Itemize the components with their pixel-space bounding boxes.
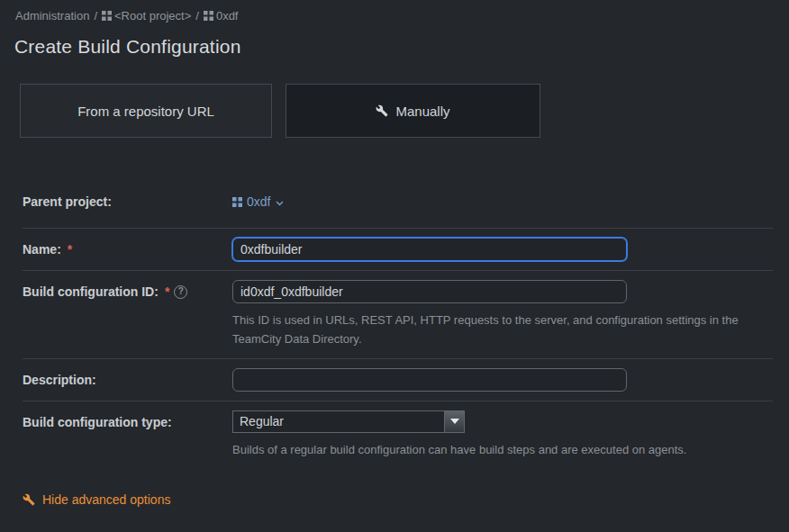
page-title: Create Build Configuration [14,36,775,58]
dropdown-arrow-icon [444,411,464,432]
breadcrumb-0xdf[interactable]: 0xdf [204,9,239,23]
tab-from-repository-url[interactable]: From a repository URL [20,84,272,138]
breadcrumb-separator: / [195,9,199,23]
form-row-description: Description: [23,359,773,401]
build-config-type-note: Builds of a regular build configuration … [232,440,768,459]
tab-label: Manually [395,104,449,119]
breadcrumb-separator: / [94,9,97,23]
form-row-parent-project: Parent project: 0xdf [23,179,773,229]
tab-manually[interactable]: Manually [286,84,540,138]
form-row-build-config-type: Build configuration type: Regular Builds… [23,401,773,468]
build-config-type-label: Build configuration type: [23,410,232,434]
breadcrumb-root-project[interactable]: <Root project> [102,9,191,23]
description-input[interactable] [232,368,627,392]
help-icon[interactable]: ? [174,285,187,299]
build-config-id-input[interactable] [232,280,627,303]
breadcrumb-label: 0xdf [216,9,239,23]
breadcrumb: Administration / <Root project> / 0xdf [14,9,775,23]
hide-advanced-options-label: Hide advanced options [42,492,170,507]
parent-project-value: 0xdf [247,190,270,213]
build-config-id-label: Build configuration ID:* ? [23,280,232,303]
hide-advanced-options-link[interactable]: Hide advanced options [23,492,170,507]
form-row-name: Name:* [23,229,773,271]
breadcrumb-label: Administration [15,9,89,23]
creation-mode-tabs: From a repository URL Manually [20,84,775,138]
project-grid-icon [204,11,213,21]
required-marker: * [68,238,72,261]
chevron-down-icon [276,190,284,213]
build-config-type-select[interactable]: Regular [232,410,465,433]
tab-label: From a repository URL [77,104,214,119]
breadcrumb-label: <Root project> [114,9,191,23]
project-grid-icon [232,197,242,207]
name-input[interactable] [232,238,627,261]
wrench-icon [376,104,388,117]
create-build-configuration-page: Administration / <Root project> / 0xdf C… [0,0,789,532]
wrench-icon [23,493,35,506]
build-config-id-note: This ID is used in URLs, REST API, HTTP … [232,311,768,349]
select-value: Regular [233,411,444,432]
form-row-build-config-id: Build configuration ID:* ? This ID is us… [23,271,773,359]
breadcrumb-administration[interactable]: Administration [15,9,89,23]
parent-project-selector[interactable]: 0xdf [232,190,284,213]
project-grid-icon [102,11,112,21]
name-label: Name:* [23,238,232,261]
required-marker: * [165,280,169,303]
parent-project-label: Parent project: [23,190,232,213]
description-label: Description: [23,368,232,392]
build-configuration-form: Parent project: 0xdf Name:* [23,179,773,468]
